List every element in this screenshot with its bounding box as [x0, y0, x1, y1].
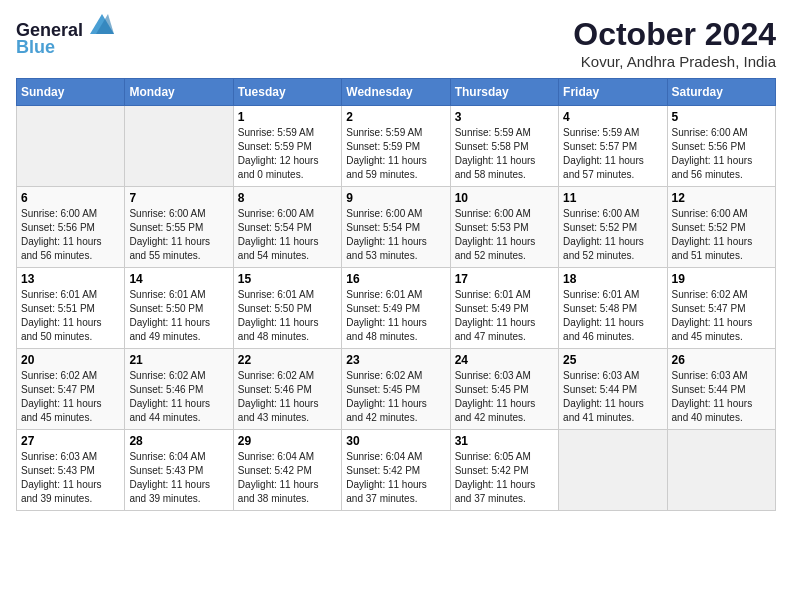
day-number: 5	[672, 110, 771, 124]
day-number: 12	[672, 191, 771, 205]
column-header-wednesday: Wednesday	[342, 79, 450, 106]
day-cell: 4Sunrise: 5:59 AMSunset: 5:57 PMDaylight…	[559, 106, 667, 187]
day-number: 15	[238, 272, 337, 286]
day-number: 27	[21, 434, 120, 448]
day-number: 11	[563, 191, 662, 205]
column-header-friday: Friday	[559, 79, 667, 106]
day-info: Sunrise: 5:59 AMSunset: 5:58 PMDaylight:…	[455, 126, 554, 182]
day-number: 2	[346, 110, 445, 124]
page-header: General Blue October 2024 Kovur, Andhra …	[16, 16, 776, 70]
day-number: 31	[455, 434, 554, 448]
day-info: Sunrise: 6:04 AMSunset: 5:42 PMDaylight:…	[346, 450, 445, 506]
day-number: 24	[455, 353, 554, 367]
day-info: Sunrise: 6:00 AMSunset: 5:52 PMDaylight:…	[563, 207, 662, 263]
title-block: October 2024 Kovur, Andhra Pradesh, Indi…	[573, 16, 776, 70]
day-cell: 18Sunrise: 6:01 AMSunset: 5:48 PMDayligh…	[559, 268, 667, 349]
day-number: 9	[346, 191, 445, 205]
day-cell: 3Sunrise: 5:59 AMSunset: 5:58 PMDaylight…	[450, 106, 558, 187]
day-number: 22	[238, 353, 337, 367]
day-number: 28	[129, 434, 228, 448]
day-cell	[125, 106, 233, 187]
day-cell: 20Sunrise: 6:02 AMSunset: 5:47 PMDayligh…	[17, 349, 125, 430]
day-cell: 12Sunrise: 6:00 AMSunset: 5:52 PMDayligh…	[667, 187, 775, 268]
day-cell: 9Sunrise: 6:00 AMSunset: 5:54 PMDaylight…	[342, 187, 450, 268]
day-cell: 5Sunrise: 6:00 AMSunset: 5:56 PMDaylight…	[667, 106, 775, 187]
day-info: Sunrise: 6:00 AMSunset: 5:54 PMDaylight:…	[238, 207, 337, 263]
day-info: Sunrise: 6:03 AMSunset: 5:43 PMDaylight:…	[21, 450, 120, 506]
day-cell: 30Sunrise: 6:04 AMSunset: 5:42 PMDayligh…	[342, 430, 450, 511]
day-info: Sunrise: 5:59 AMSunset: 5:59 PMDaylight:…	[346, 126, 445, 182]
day-info: Sunrise: 6:01 AMSunset: 5:49 PMDaylight:…	[455, 288, 554, 344]
day-info: Sunrise: 6:00 AMSunset: 5:53 PMDaylight:…	[455, 207, 554, 263]
day-info: Sunrise: 5:59 AMSunset: 5:59 PMDaylight:…	[238, 126, 337, 182]
day-info: Sunrise: 6:03 AMSunset: 5:45 PMDaylight:…	[455, 369, 554, 425]
logo-icon	[90, 14, 114, 34]
day-cell: 27Sunrise: 6:03 AMSunset: 5:43 PMDayligh…	[17, 430, 125, 511]
column-header-monday: Monday	[125, 79, 233, 106]
day-info: Sunrise: 6:01 AMSunset: 5:49 PMDaylight:…	[346, 288, 445, 344]
week-row-3: 13Sunrise: 6:01 AMSunset: 5:51 PMDayligh…	[17, 268, 776, 349]
day-number: 4	[563, 110, 662, 124]
day-info: Sunrise: 5:59 AMSunset: 5:57 PMDaylight:…	[563, 126, 662, 182]
day-cell: 26Sunrise: 6:03 AMSunset: 5:44 PMDayligh…	[667, 349, 775, 430]
day-info: Sunrise: 6:03 AMSunset: 5:44 PMDaylight:…	[563, 369, 662, 425]
day-number: 25	[563, 353, 662, 367]
logo: General Blue	[16, 16, 114, 58]
day-number: 13	[21, 272, 120, 286]
day-number: 6	[21, 191, 120, 205]
day-cell: 10Sunrise: 6:00 AMSunset: 5:53 PMDayligh…	[450, 187, 558, 268]
day-cell: 19Sunrise: 6:02 AMSunset: 5:47 PMDayligh…	[667, 268, 775, 349]
day-cell: 7Sunrise: 6:00 AMSunset: 5:55 PMDaylight…	[125, 187, 233, 268]
day-info: Sunrise: 6:01 AMSunset: 5:50 PMDaylight:…	[129, 288, 228, 344]
day-info: Sunrise: 6:04 AMSunset: 5:42 PMDaylight:…	[238, 450, 337, 506]
day-info: Sunrise: 6:02 AMSunset: 5:45 PMDaylight:…	[346, 369, 445, 425]
day-number: 3	[455, 110, 554, 124]
day-info: Sunrise: 6:02 AMSunset: 5:47 PMDaylight:…	[672, 288, 771, 344]
column-header-saturday: Saturday	[667, 79, 775, 106]
day-cell: 8Sunrise: 6:00 AMSunset: 5:54 PMDaylight…	[233, 187, 341, 268]
day-info: Sunrise: 6:03 AMSunset: 5:44 PMDaylight:…	[672, 369, 771, 425]
day-cell: 28Sunrise: 6:04 AMSunset: 5:43 PMDayligh…	[125, 430, 233, 511]
day-cell: 22Sunrise: 6:02 AMSunset: 5:46 PMDayligh…	[233, 349, 341, 430]
day-cell: 1Sunrise: 5:59 AMSunset: 5:59 PMDaylight…	[233, 106, 341, 187]
month-title: October 2024	[573, 16, 776, 53]
column-header-sunday: Sunday	[17, 79, 125, 106]
day-cell: 16Sunrise: 6:01 AMSunset: 5:49 PMDayligh…	[342, 268, 450, 349]
day-cell	[559, 430, 667, 511]
day-number: 1	[238, 110, 337, 124]
day-cell: 21Sunrise: 6:02 AMSunset: 5:46 PMDayligh…	[125, 349, 233, 430]
column-header-thursday: Thursday	[450, 79, 558, 106]
day-cell	[17, 106, 125, 187]
day-info: Sunrise: 6:01 AMSunset: 5:50 PMDaylight:…	[238, 288, 337, 344]
day-number: 30	[346, 434, 445, 448]
day-info: Sunrise: 6:02 AMSunset: 5:46 PMDaylight:…	[238, 369, 337, 425]
day-cell: 6Sunrise: 6:00 AMSunset: 5:56 PMDaylight…	[17, 187, 125, 268]
day-number: 20	[21, 353, 120, 367]
column-header-tuesday: Tuesday	[233, 79, 341, 106]
day-cell: 13Sunrise: 6:01 AMSunset: 5:51 PMDayligh…	[17, 268, 125, 349]
day-number: 26	[672, 353, 771, 367]
day-info: Sunrise: 6:00 AMSunset: 5:56 PMDaylight:…	[21, 207, 120, 263]
day-cell: 23Sunrise: 6:02 AMSunset: 5:45 PMDayligh…	[342, 349, 450, 430]
day-number: 17	[455, 272, 554, 286]
week-row-4: 20Sunrise: 6:02 AMSunset: 5:47 PMDayligh…	[17, 349, 776, 430]
location-subtitle: Kovur, Andhra Pradesh, India	[573, 53, 776, 70]
week-row-1: 1Sunrise: 5:59 AMSunset: 5:59 PMDaylight…	[17, 106, 776, 187]
calendar-table: SundayMondayTuesdayWednesdayThursdayFrid…	[16, 78, 776, 511]
day-number: 19	[672, 272, 771, 286]
week-row-5: 27Sunrise: 6:03 AMSunset: 5:43 PMDayligh…	[17, 430, 776, 511]
day-number: 7	[129, 191, 228, 205]
day-number: 23	[346, 353, 445, 367]
day-cell: 24Sunrise: 6:03 AMSunset: 5:45 PMDayligh…	[450, 349, 558, 430]
week-row-2: 6Sunrise: 6:00 AMSunset: 5:56 PMDaylight…	[17, 187, 776, 268]
day-cell: 31Sunrise: 6:05 AMSunset: 5:42 PMDayligh…	[450, 430, 558, 511]
day-number: 18	[563, 272, 662, 286]
day-number: 29	[238, 434, 337, 448]
day-info: Sunrise: 6:00 AMSunset: 5:55 PMDaylight:…	[129, 207, 228, 263]
day-number: 16	[346, 272, 445, 286]
day-cell: 14Sunrise: 6:01 AMSunset: 5:50 PMDayligh…	[125, 268, 233, 349]
day-info: Sunrise: 6:05 AMSunset: 5:42 PMDaylight:…	[455, 450, 554, 506]
day-info: Sunrise: 6:00 AMSunset: 5:52 PMDaylight:…	[672, 207, 771, 263]
day-info: Sunrise: 6:04 AMSunset: 5:43 PMDaylight:…	[129, 450, 228, 506]
day-number: 21	[129, 353, 228, 367]
